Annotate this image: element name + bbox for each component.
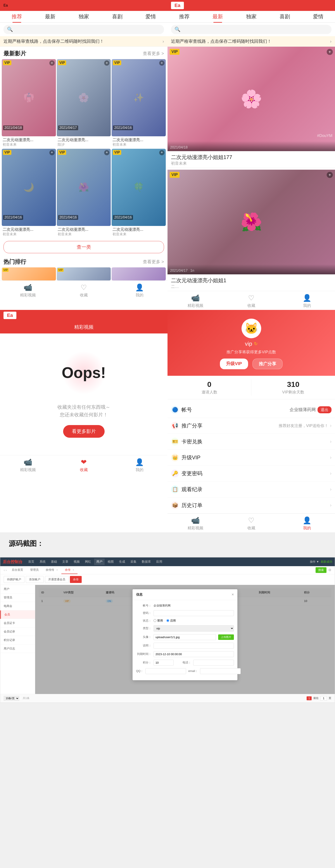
movie-card-4[interactable]: VIP + 2021/04/16 🌙 二次元动漫漂亮... 初音未来 <box>2 149 56 238</box>
upgrade-vip-btn[interactable]: 升级VIP <box>220 359 248 369</box>
admin-tab-active[interactable]: 余传 × <box>61 566 78 574</box>
bottom-nav-videos-3[interactable]: 📹 精彩视频 <box>0 457 56 473</box>
notice-bar-1[interactable]: 近期严格审查线路，点击保存二维码随时找回我们！ › <box>0 36 168 47</box>
menu-item-card[interactable]: 🎫 卡密兑换 › <box>168 434 335 450</box>
bottom-nav-mine-4[interactable]: 👤 我的 <box>279 515 335 531</box>
nav-forward[interactable]: › <box>6 568 7 572</box>
admin-tab-yuchuan[interactable]: 余传传 × <box>42 566 61 574</box>
form-input-note[interactable] <box>153 643 234 649</box>
admin-nav-user[interactable]: 用户 <box>94 559 105 565</box>
admin-nav-home[interactable]: 首页 <box>26 559 36 565</box>
tab-comedy-1[interactable]: 喜剧 <box>101 11 134 22</box>
admin-nav-network[interactable]: 网红 <box>83 559 93 565</box>
bottom-nav-videos-1[interactable]: 📹 精彩视频 <box>0 282 56 299</box>
bottom-nav-fav-4[interactable]: ♡ 收藏 <box>223 515 279 531</box>
section-more-latest[interactable]: 查看更多 > <box>143 51 164 57</box>
sidebar-item-member[interactable]: 会员 <box>0 611 35 619</box>
admin-operation[interactable]: 操作 ▼ <box>310 560 319 564</box>
form-input-avatar[interactable] <box>153 634 216 640</box>
plus-btn-3[interactable]: + <box>159 60 164 66</box>
large-card-2[interactable]: VIP + 🌺 2021/04/17 1n <box>168 170 335 274</box>
page-input[interactable] <box>320 696 327 701</box>
tab-romance-2[interactable]: 爱情 <box>302 11 335 22</box>
search-input-wrap-1[interactable]: 🔍 <box>3 25 164 34</box>
tab-close-active[interactable]: × <box>73 568 74 571</box>
page-btn-1[interactable]: 1 <box>307 696 312 700</box>
form-select-type[interactable]: vip <box>153 625 234 631</box>
tab-close-yuchuan[interactable]: × <box>56 568 58 571</box>
menu-item-upgrade[interactable]: 👑 升级VIP › <box>168 450 335 466</box>
form-input-email[interactable] <box>200 668 241 674</box>
see-more-btn[interactable]: 看更多影片 <box>63 425 105 438</box>
bottom-nav-mine-1[interactable]: 👤 我的 <box>112 282 168 299</box>
tab-recommend[interactable]: 推荐 <box>0 11 33 22</box>
modal-close-btn[interactable]: × <box>231 592 234 597</box>
btn-current-tab[interactable]: 余传 <box>70 576 82 583</box>
radio-disable[interactable]: 禁用 <box>153 619 163 623</box>
tab-recommend-2[interactable]: 推荐 <box>168 11 201 22</box>
tab-latest-1[interactable]: 最新 <box>33 11 67 22</box>
search-input-wrap-2[interactable]: 🔍 <box>171 25 332 34</box>
vip-refresh-icon[interactable]: ↻ <box>254 341 258 346</box>
admin-nav-system[interactable]: 系统 <box>37 559 48 565</box>
menu-item-orders[interactable]: 📦 历史订单 › <box>168 497 335 514</box>
menu-item-password[interactable]: 🔑 变更密码 › <box>168 466 335 482</box>
admin-nav-picture[interactable]: 植图 <box>106 559 116 565</box>
bottom-nav-videos-2[interactable]: 📹 精彩视频 <box>168 293 223 309</box>
admin-nav-collect[interactable]: 采集 <box>128 559 139 565</box>
movie-card-3[interactable]: VIP + 2021/04/16 ✨ 二次元动漫漂亮... 初音未来 <box>112 59 166 148</box>
plus-btn-5[interactable]: + <box>104 150 109 155</box>
admin-nav-generate[interactable]: 生成 <box>117 559 127 565</box>
sidebar-item-member-record[interactable]: 会员记录 <box>0 627 35 636</box>
tab-romance-1[interactable]: 爱情 <box>134 11 168 22</box>
admin-search-btn[interactable]: 搜索 <box>315 567 327 573</box>
menu-item-account[interactable]: 🔵 帐号 企业猫薄药网 退出 <box>168 402 335 418</box>
tab-latest-2[interactable]: 最新 <box>201 11 234 22</box>
form-input-expire[interactable] <box>153 651 234 657</box>
page-size-select[interactable]: 10条/页 <box>4 696 19 701</box>
section-more-hot[interactable]: 查看更多 > <box>143 259 164 265</box>
plus-btn-6[interactable]: + <box>159 150 164 155</box>
form-input-password[interactable] <box>153 610 234 616</box>
admin-nav-database[interactable]: 数据库 <box>140 559 153 565</box>
tab-exclusive-2[interactable]: 独家 <box>234 11 268 22</box>
admin-tab-admin[interactable]: 管理员 <box>27 566 42 574</box>
btn-add-user[interactable]: 添加账户 <box>26 576 44 583</box>
movie-card-1[interactable]: VIP + 2021/04/18 👘 二次元动漫漂亮... 初音未来 <box>2 59 56 148</box>
btn-add-account[interactable]: 待拥护账户 <box>4 576 25 583</box>
form-input-qq[interactable] <box>145 668 186 674</box>
bottom-nav-mine-3[interactable]: 👤 我的 <box>112 457 168 473</box>
btn-open-member[interactable]: 开通普通会员 <box>45 576 68 583</box>
sidebar-item-user[interactable]: 用户 <box>0 585 35 593</box>
tab-comedy-2[interactable]: 喜剧 <box>268 11 301 22</box>
movie-card-5[interactable]: VIP + 2021/04/16 🌺 二次元动漫漂亮... 初音未来 <box>57 149 111 238</box>
admin-nav-article[interactable]: 文章 <box>60 559 71 565</box>
bottom-nav-mine-2[interactable]: 👤 我的 <box>279 293 335 309</box>
sidebar-item-user-log[interactable]: 用户日志 <box>0 645 35 653</box>
movie-card-6[interactable]: VIP + 2021/04/16 🍀 二次元动漫漂亮... 初音未来 <box>112 149 166 238</box>
admin-nav-app[interactable]: 应用 <box>154 559 164 565</box>
admin-settings-icon[interactable]: ⚙ <box>328 568 331 572</box>
bottom-nav-fav-1[interactable]: ♡ 收藏 <box>56 282 112 299</box>
form-input-phone[interactable] <box>193 660 234 665</box>
radio-enable[interactable]: 启用 <box>166 619 176 623</box>
upload-btn[interactable]: 上传图片 <box>218 634 234 640</box>
plus-large-1[interactable]: + <box>327 49 333 55</box>
sidebar-item-admin[interactable]: 管理员 <box>0 593 35 602</box>
large-card-1[interactable]: VIP + 🌸 2021/04/18 #DouYM <box>168 47 335 151</box>
nav-back[interactable]: ‹ <box>4 568 5 572</box>
notice-bar-2[interactable]: 近期严格审查线路，点击保存二维码随时找回我们！ › <box>168 36 335 47</box>
bottom-nav-fav-3[interactable]: ❤ 收藏 <box>56 457 112 473</box>
admin-tab-home[interactable]: 后台首页 <box>8 566 27 574</box>
plus-btn-1[interactable]: + <box>49 60 55 66</box>
admin-nav-video[interactable]: 视频 <box>72 559 82 565</box>
movie-card-2[interactable]: VIP + 2021/04/17 🌸 二次元动漫漂亮... 陌汐 <box>57 59 111 148</box>
sidebar-item-member-card[interactable]: 会员证卡 <box>0 619 35 627</box>
bottom-nav-videos-4[interactable]: 📹 精彩视频 <box>168 515 223 531</box>
view-more-btn[interactable]: 查一类 <box>3 241 164 253</box>
sidebar-item-points[interactable]: 积分记录 <box>0 636 35 645</box>
bottom-nav-fav-2[interactable]: ♡ 收藏 <box>223 293 279 309</box>
sidebar-item-ecommerce[interactable]: 电商会 <box>0 602 35 611</box>
share-btn[interactable]: 推广分享 <box>252 359 283 369</box>
admin-nav-basic[interactable]: 基础 <box>49 559 59 565</box>
